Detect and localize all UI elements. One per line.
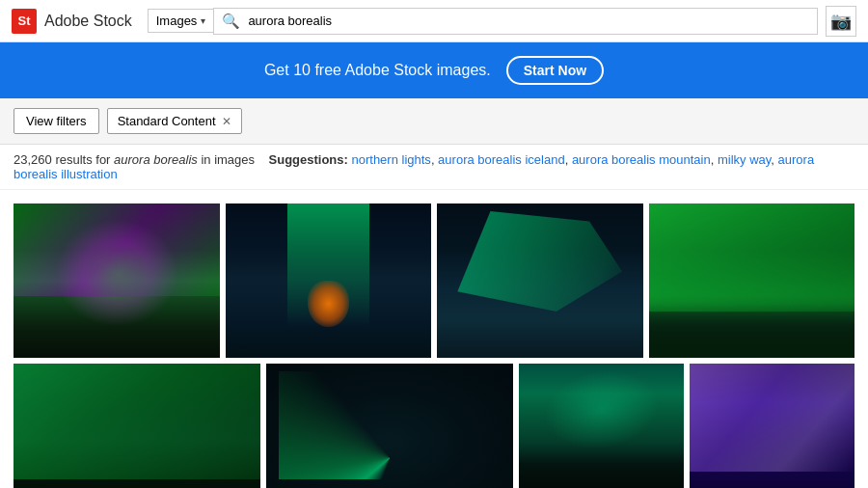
standard-content-filter[interactable]: Standard Content ✕ (107, 108, 242, 134)
suggestion-link-milkyway[interactable]: milky way (718, 152, 771, 167)
aurora-image-1 (14, 203, 220, 358)
image-item-6[interactable] (266, 364, 513, 488)
aurora-image-3 (437, 203, 643, 358)
image-item-7[interactable] (519, 364, 684, 488)
image-grid (0, 190, 868, 488)
search-icon: 🔍 (222, 13, 240, 30)
logo-area: St Adobe Stock (12, 9, 132, 34)
image-item-5[interactable] (14, 364, 260, 488)
suggestion-link-iceland[interactable]: aurora borealis iceland (438, 152, 565, 167)
search-input[interactable] (248, 14, 809, 28)
aurora-image-6 (266, 364, 513, 488)
image-item-4[interactable] (649, 203, 855, 358)
results-info: 23,260 results for aurora borealis in im… (0, 145, 868, 190)
aurora-image-4 (649, 203, 855, 358)
aurora-image-7 (519, 364, 684, 488)
camera-icon: 📷 (830, 11, 852, 32)
view-filters-button[interactable]: View filters (14, 108, 99, 134)
results-context: in images (201, 152, 255, 167)
image-item-2[interactable] (226, 203, 432, 358)
category-dropdown[interactable]: Images ▾ (148, 9, 214, 33)
image-item-3[interactable] (437, 203, 643, 358)
promo-text: Get 10 free Adobe Stock images. (264, 62, 491, 79)
camera-button[interactable]: 📷 (826, 6, 856, 37)
filter-tag-label: Standard Content (118, 114, 216, 128)
filter-close-icon[interactable]: ✕ (222, 115, 231, 128)
suggestion-link-northern-lights[interactable]: northern lights (351, 152, 430, 167)
image-row-2 (14, 364, 854, 488)
header: St Adobe Stock Images ▾ 🔍 📷 (0, 0, 868, 42)
start-now-button[interactable]: Start Now (506, 56, 604, 85)
results-query: aurora borealis (114, 152, 198, 167)
aurora-image-2 (226, 203, 432, 358)
suggestion-link-mountain[interactable]: aurora borealis mountain (572, 152, 711, 167)
promo-banner: Get 10 free Adobe Stock images. Start No… (0, 42, 868, 98)
adobe-logo-icon: St (12, 9, 37, 34)
chevron-down-icon: ▾ (201, 15, 205, 26)
filters-bar: View filters Standard Content ✕ (0, 98, 868, 145)
image-row-1 (14, 203, 854, 358)
suggestions-label: Suggestions: (269, 152, 348, 167)
image-item-8[interactable] (690, 364, 854, 488)
search-bar: 🔍 (213, 8, 818, 35)
brand-name: Adobe Stock (44, 13, 132, 30)
category-label: Images (156, 14, 198, 28)
results-number: 23,260 (14, 152, 52, 167)
aurora-image-5 (14, 364, 260, 488)
image-item-1[interactable] (14, 203, 220, 358)
results-count-text: 23,260 results for aurora borealis in im… (14, 152, 258, 167)
aurora-image-8 (690, 364, 854, 488)
